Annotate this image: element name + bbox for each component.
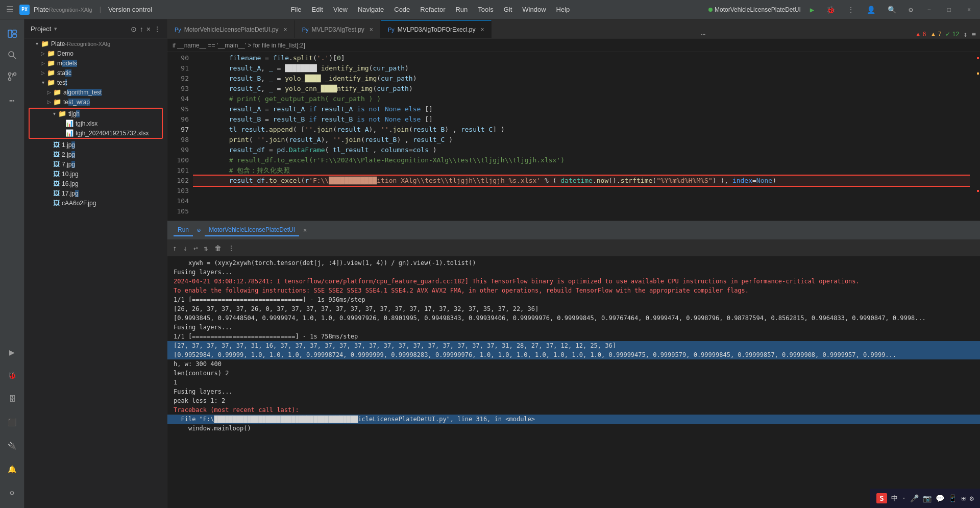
tab-more-button[interactable]: ⋯ xyxy=(695,30,712,38)
tree-item-test[interactable]: ▾ 📁 test xyxy=(24,78,167,87)
taskbar-dot: · xyxy=(902,494,906,502)
tree-item-tgjh-xlsx[interactable]: 📊 tgjh.xlsx xyxy=(30,118,162,128)
profile-icon[interactable]: 👤 xyxy=(864,5,878,15)
nav-edit[interactable]: Edit xyxy=(312,6,323,13)
version-control-menu[interactable]: Version control xyxy=(108,6,152,13)
run-tab[interactable]: Run xyxy=(174,224,193,236)
tree-item-models[interactable]: ▷ 📁 models xyxy=(24,58,167,68)
tree-item-test-wrap[interactable]: ▷ 📁 test_wrap xyxy=(24,97,167,107)
tree-root[interactable]: ▾ 📁 Plate-Recognition-XAlg xyxy=(24,39,167,49)
taskbar-lang[interactable]: 中 xyxy=(891,494,898,503)
minimize-button[interactable]: − xyxy=(922,4,936,15)
code-line-91: result_A, _ = ████████ identify_img(cur_… xyxy=(193,63,970,74)
run-tab-close[interactable]: × xyxy=(303,227,307,234)
nav-file[interactable]: File xyxy=(291,6,302,13)
menu-icon[interactable]: ☰ xyxy=(4,3,15,16)
tab-mvlpd3algtest[interactable]: Py MVLPD3AlgTest.py × xyxy=(295,20,381,38)
nav-tools[interactable]: Tools xyxy=(478,6,493,13)
tree-item-17jpg[interactable]: 🖼 17.jpg xyxy=(24,188,167,198)
tab-py-icon-3: Py xyxy=(388,27,395,33)
nav-code[interactable]: Code xyxy=(394,6,410,13)
tab-close-2[interactable]: × xyxy=(370,26,373,33)
console-scroll-up[interactable]: ↑ xyxy=(172,243,178,253)
close-button[interactable]: × xyxy=(962,4,976,15)
console-area[interactable]: xywh = (xyxy2xywh(torch.tensor(det[j, :4… xyxy=(167,256,980,445)
tree-item-7jpg[interactable]: 🖼 7.jpg xyxy=(24,159,167,169)
taskbar-camera[interactable]: 📷 xyxy=(923,494,932,502)
panel-action-close[interactable]: × xyxy=(146,25,151,33)
search-icon[interactable]: 🔍 xyxy=(885,5,899,15)
tab-close-1[interactable]: × xyxy=(284,26,287,33)
console-wrap[interactable]: ↩ xyxy=(192,243,199,253)
nav-run[interactable]: Run xyxy=(455,6,468,13)
run-config-dot: ⊙ xyxy=(197,227,201,234)
sidebar-icon-vcs[interactable] xyxy=(2,66,22,87)
tree-item-caajpg[interactable]: 🖼 cAA6o2F.jpg xyxy=(24,198,167,208)
console-scroll-down[interactable]: ↓ xyxy=(182,243,188,253)
sidebar-icon-plugins[interactable]: 🔌 xyxy=(2,436,22,456)
sidebar-icon-settings-bottom[interactable]: ⚙ xyxy=(2,482,22,503)
run-button[interactable]: ▶ xyxy=(807,5,817,15)
code-line-95: result_A = result_A if result_A is not N… xyxy=(193,104,970,114)
tree-arrow-tljgh: ▾ xyxy=(50,111,58,116)
panel-action-collapse[interactable]: ↑ xyxy=(140,25,143,33)
sidebar-icon-more[interactable]: ⋯ xyxy=(2,90,22,110)
nav-refactor[interactable]: Refactor xyxy=(420,6,445,13)
tab-close-3[interactable]: × xyxy=(480,26,484,33)
debug-button[interactable]: 🐞 xyxy=(823,5,838,15)
tree-item-tgjh-date-xlsx[interactable]: 📊 tgjh_20240419215732.xlsx xyxy=(30,128,162,138)
taskbar-chat[interactable]: 💬 xyxy=(936,494,944,502)
editor-content[interactable]: 90 91 92 93 94 95 96 97 98 99 100 101 10… xyxy=(167,52,980,221)
maximize-button[interactable]: □ xyxy=(942,4,956,15)
tljgh-folder-icon: 📁 xyxy=(58,110,66,117)
sidebar-icon-terminal[interactable]: ⬛ xyxy=(2,412,22,432)
sidebar-icon-database[interactable]: 🗄 xyxy=(2,389,22,409)
console-clear[interactable]: 🗑 xyxy=(213,243,223,253)
panel-action-locate[interactable]: ⊙ xyxy=(131,25,137,33)
taskbar-grid[interactable]: ⊞ xyxy=(961,494,965,502)
tree-item-demo[interactable]: ▷ 📁 Demo xyxy=(24,49,167,58)
nav-help[interactable]: Help xyxy=(556,6,570,13)
test-folder-icon: 📁 xyxy=(47,79,55,86)
sidebar-icon-run[interactable]: ▶ xyxy=(2,342,22,362)
tab-label-3: MVLPD3AlgToDFOrExecl.py xyxy=(398,26,476,33)
nav-window[interactable]: Window xyxy=(522,6,546,13)
tree-item-10jpg[interactable]: 🖼 10.jpg xyxy=(24,169,167,179)
code-line-103: # 包含：持久化夹照 xyxy=(193,165,970,176)
nav-git[interactable]: Git xyxy=(504,6,512,13)
taskbar-s-icon[interactable]: S xyxy=(876,493,887,503)
tree-arrow-test: ▾ xyxy=(39,80,47,85)
run-config-tab[interactable]: MotorVehicleLicensePlateDetUI xyxy=(205,224,299,236)
editor-lines-icon[interactable]: ≡ xyxy=(972,30,976,38)
settings-icon[interactable]: ⚙ xyxy=(905,5,916,15)
sidebar-icon-project[interactable] xyxy=(2,23,22,44)
console-line-13: len(contours) 2 xyxy=(167,369,980,378)
nav-navigate[interactable]: Navigate xyxy=(358,6,384,13)
tree-item-algorithm-test[interactable]: ▷ 📁 algorithm_test xyxy=(24,87,167,97)
sidebar-icon-debug[interactable]: 🐞 xyxy=(2,365,22,385)
tree-item-1jpg[interactable]: 🖼 1.jpg xyxy=(24,140,167,150)
taskbar-phone[interactable]: 📱 xyxy=(948,494,957,502)
code-line-96: result_B = result_B if result_B is not N… xyxy=(193,114,970,125)
nav-view[interactable]: View xyxy=(333,6,348,13)
more-run-options[interactable]: ⋮ xyxy=(844,5,857,15)
console-sort[interactable]: ⇅ xyxy=(203,243,209,253)
run-status-dot xyxy=(708,8,713,12)
panel-action-more[interactable]: ⋮ xyxy=(154,25,161,33)
sidebar-icon-notifications[interactable]: 🔔 xyxy=(2,459,22,479)
tab-mvlpd3alg-execl[interactable]: Py MVLPD3AlgToDFOrExecl.py × xyxy=(381,20,492,38)
tree-item-static[interactable]: ▷ 📁 static xyxy=(24,68,167,78)
taskbar-mic[interactable]: 🎤 xyxy=(910,494,919,502)
tree-item-2jpg[interactable]: 🖼 2.jpg xyxy=(24,150,167,159)
titlebar: ☰ PX PlateRecognition-XAlg | Version con… xyxy=(0,0,980,19)
console-more[interactable]: ⋮ xyxy=(227,243,236,253)
sidebar-icon-search[interactable] xyxy=(2,45,22,65)
tab-motorvehicle[interactable]: Py MotorVehicleLicensePlateDetUI.py × xyxy=(167,20,295,38)
tree-item-tljgh[interactable]: ▾ 📁 tljgh xyxy=(30,109,162,118)
jpg-icon-1: 🖼 xyxy=(53,141,60,149)
code-content[interactable]: filename = file.split('.')[0] result_A, … xyxy=(193,52,970,221)
editor-expand-icon[interactable]: ↕ xyxy=(963,30,967,38)
tree-item-16jpg[interactable]: 🖼 16.jpg xyxy=(24,179,167,188)
taskbar-settings[interactable]: ⚙ xyxy=(970,494,974,502)
tree-arrow-models: ▷ xyxy=(39,60,47,66)
